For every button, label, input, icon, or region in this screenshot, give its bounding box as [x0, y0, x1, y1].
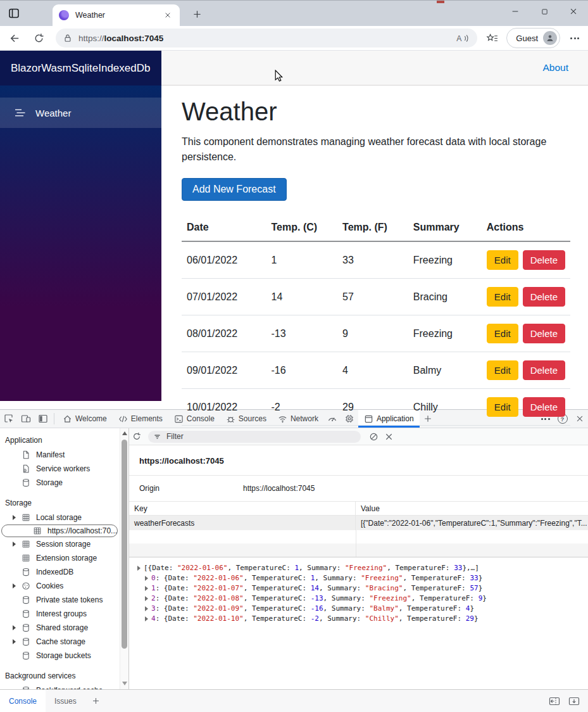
drawer-tab-issues[interactable]: Issues: [46, 690, 85, 712]
expander-icon[interactable]: [145, 586, 148, 591]
expander-icon[interactable]: [13, 639, 16, 644]
scroll-up-icon[interactable]: [122, 431, 127, 435]
tab-close-icon[interactable]: [162, 10, 173, 21]
key-column-header[interactable]: Key: [129, 502, 356, 515]
application-panel-sidebar: Application Manifest Service workers Sto…: [0, 428, 129, 689]
delete-button[interactable]: Delete: [523, 397, 565, 417]
app-main: About Weather This component demonstrate…: [161, 51, 588, 409]
app-top-row: About: [161, 51, 588, 86]
empty-storage-row[interactable]: [129, 544, 588, 557]
drawer-tab-console[interactable]: Console: [0, 690, 46, 712]
app-content: Weather This component demonstrates mana…: [161, 86, 588, 426]
app-brand[interactable]: BlazorWasmSqliteIndexedDb: [0, 51, 161, 86]
edit-button[interactable]: Edit: [487, 287, 518, 307]
edit-button[interactable]: Edit: [487, 324, 518, 343]
origin-row: Origin https://localhost:7045: [129, 476, 588, 502]
browser-tab-weather[interactable]: Weather: [53, 4, 180, 26]
browser-window: Weather https://localhost:7045 Guest Bla…: [0, 0, 588, 712]
expander-icon[interactable]: [13, 625, 16, 630]
filter-field[interactable]: [148, 431, 361, 443]
preview-root-line[interactable]: [{Date: "2022-01-06", TemperatureC: 1, S…: [137, 563, 588, 573]
address-bar[interactable]: https://localhost:7045: [56, 29, 477, 48]
scrollbar-thumb[interactable]: [122, 440, 127, 649]
expander-icon[interactable]: [13, 542, 16, 547]
value-column-header[interactable]: Value: [356, 504, 588, 513]
expander-icon[interactable]: [145, 606, 148, 611]
about-link[interactable]: About: [542, 62, 568, 73]
preview-item-line[interactable]: 2: {Date: "2022-01-08", TemperatureC: -1…: [145, 594, 588, 604]
browser-menu-button[interactable]: [566, 30, 583, 46]
filter-input[interactable]: [165, 431, 356, 442]
expander-icon[interactable]: [13, 515, 16, 520]
storage-value[interactable]: [{"Date":"2022-01-06","TemperatureC":1,"…: [356, 516, 588, 530]
inspect-element-icon[interactable]: [0, 410, 17, 428]
dock-quick-view-icon[interactable]: [549, 697, 560, 706]
tree-item-cache-storage[interactable]: Cache storage: [0, 635, 120, 649]
delete-button[interactable]: Delete: [523, 360, 565, 380]
refresh-button[interactable]: [29, 29, 48, 48]
dock-side-icon[interactable]: [34, 410, 51, 428]
delete-button[interactable]: Delete: [523, 250, 565, 270]
new-tab-button[interactable]: [189, 6, 205, 22]
table-row: 10/01/2022 -2 29 Chilly EditDelete: [182, 389, 570, 426]
sidebar-scrollbar[interactable]: [120, 428, 128, 689]
read-aloud-icon[interactable]: [456, 34, 470, 43]
edit-button[interactable]: Edit: [487, 397, 518, 417]
sidebar-item-weather[interactable]: Weather: [0, 98, 161, 128]
maximize-button[interactable]: [530, 1, 559, 22]
tree-item-localhost-origin[interactable]: https://localhost:70...: [1, 524, 118, 537]
expander-icon[interactable]: [137, 566, 141, 571]
preview-item-line[interactable]: 3: {Date: "2022-01-09", TemperatureC: -1…: [145, 604, 588, 614]
tree-item-back-forward-cache[interactable]: Back/forward cache: [0, 683, 120, 689]
home-icon: [63, 414, 72, 424]
table-row: 09/01/2022 -16 4 Balmy EditDelete: [182, 352, 570, 389]
lock-icon[interactable]: [63, 34, 72, 42]
tree-item-cookies[interactable]: Cookies: [0, 579, 120, 593]
expander-icon[interactable]: [13, 583, 16, 588]
delete-selected-icon[interactable]: [381, 432, 396, 442]
tab-actions-button[interactable]: [6, 5, 22, 22]
tab-elements[interactable]: Elements: [113, 410, 168, 428]
preview-item-line[interactable]: 4: {Date: "2022-01-10", TemperatureC: -2…: [145, 614, 588, 624]
profile-button[interactable]: Guest: [506, 28, 560, 48]
back-button[interactable]: [5, 29, 24, 48]
expander-icon[interactable]: [145, 596, 148, 601]
close-window-button[interactable]: [559, 1, 588, 22]
tree-item-local-storage[interactable]: Local storage: [0, 511, 120, 524]
minimize-button[interactable]: [501, 1, 530, 22]
storage-row-weatherforecasts[interactable]: weatherForecasts [{"Date":"2022-01-06","…: [129, 516, 588, 530]
tree-item-indexeddb[interactable]: IndexedDB: [0, 565, 120, 579]
scroll-down-icon[interactable]: [122, 682, 127, 685]
tab-welcome[interactable]: Welcome: [57, 410, 113, 428]
tree-item-extension-storage[interactable]: Extension storage: [0, 551, 120, 565]
expander-icon[interactable]: [145, 576, 148, 581]
delete-button[interactable]: Delete: [523, 287, 565, 307]
preview-item-line[interactable]: 0: {Date: "2022-01-06", TemperatureC: 1,…: [145, 573, 588, 583]
add-drawer-tab-button[interactable]: [85, 690, 106, 712]
tree-item-service-workers[interactable]: Service workers: [0, 462, 120, 476]
tree-item-storage-buckets[interactable]: Storage buckets: [0, 649, 120, 663]
add-forecast-button[interactable]: Add New Forecast: [182, 178, 287, 201]
section-storage: Storage: [0, 495, 120, 511]
edit-button[interactable]: Edit: [487, 250, 518, 270]
delete-button[interactable]: Delete: [523, 324, 565, 343]
device-emulation-icon[interactable]: [17, 410, 34, 428]
empty-storage-row[interactable]: [129, 530, 588, 544]
tree-item-shared-storage[interactable]: Shared storage: [0, 621, 120, 635]
tree-item-manifest[interactable]: Manifest: [0, 448, 120, 462]
tree-item-session-storage[interactable]: Session storage: [0, 537, 120, 551]
clear-all-icon[interactable]: [366, 432, 381, 442]
column-header-temp-f: Temp. (F): [337, 217, 408, 241]
storage-key[interactable]: weatherForecasts: [129, 516, 356, 530]
cell-temp-f: 33: [337, 241, 408, 279]
favorites-hub-icon[interactable]: [484, 30, 500, 46]
expander-icon[interactable]: [145, 616, 148, 621]
expand-quick-view-icon[interactable]: [568, 697, 580, 706]
edit-button[interactable]: Edit: [487, 360, 518, 380]
preview-item-line[interactable]: 1: {Date: "2022-01-07", TemperatureC: 14…: [145, 583, 588, 594]
tree-item-storage[interactable]: Storage: [0, 476, 120, 490]
tree-item-private-state-tokens[interactable]: Private state tokens: [0, 593, 120, 607]
tree-item-interest-groups[interactable]: Interest groups: [0, 607, 120, 621]
refresh-storage-icon[interactable]: [129, 432, 144, 441]
cell-summary: Freezing: [408, 241, 482, 279]
